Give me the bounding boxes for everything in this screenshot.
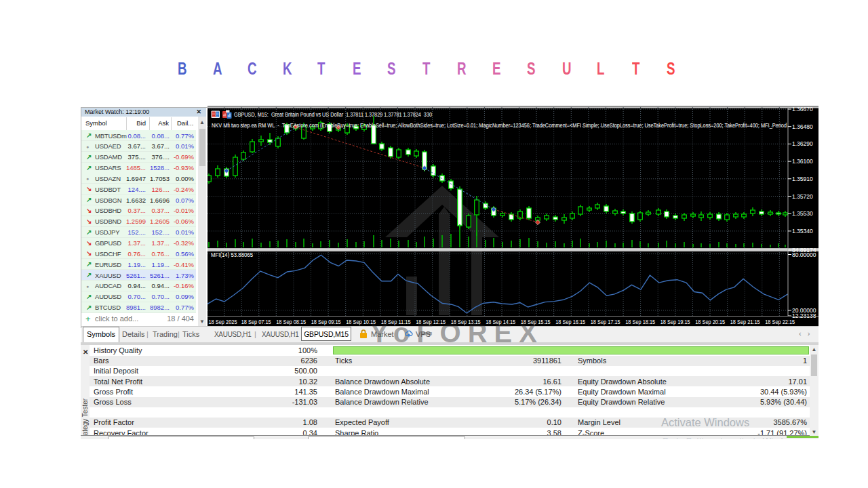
svg-text:1.36670: 1.36670 — [792, 106, 813, 113]
svg-text:80.00000: 80.00000 — [792, 251, 816, 258]
svg-text:1.35530: 1.35530 — [792, 210, 813, 217]
svg-text:18 Sep 09:15: 18 Sep 09:15 — [311, 319, 341, 325]
svg-text:18 Sep 14:15: 18 Sep 14:15 — [486, 319, 515, 325]
svg-text:18 Sep 20:15: 18 Sep 20:15 — [695, 319, 725, 325]
svg-text:18 Sep 21:15: 18 Sep 21:15 — [730, 319, 760, 325]
svg-text:18 Sep 12:15: 18 Sep 12:15 — [416, 319, 446, 325]
svg-text:18 Sep 13:15: 18 Sep 13:15 — [451, 319, 481, 325]
svg-text:18 Sep 17:15: 18 Sep 17:15 — [591, 319, 620, 325]
svg-text:18 Sep 2025: 18 Sep 2025 — [209, 319, 237, 325]
svg-text:1.35720: 1.35720 — [792, 193, 813, 200]
svg-text:NKV Mfi two step ea RM WL -: NKV Mfi two step ea RM WL - TopEAstore.c… — [212, 122, 787, 129]
svg-text:18 Sep 19:15: 18 Sep 19:15 — [660, 319, 690, 325]
svg-text:MFI(14) 53.88065: MFI(14) 53.88065 — [211, 251, 253, 258]
svg-text:1.36100: 1.36100 — [792, 158, 813, 165]
svg-text:18 Sep 18:15: 18 Sep 18:15 — [625, 319, 655, 325]
svg-text:1.35340: 1.35340 — [792, 228, 813, 235]
svg-text:GBPUSD, M15: Great Britain Po: GBPUSD, M15: Great Britain Pound vs US D… — [234, 111, 432, 118]
svg-text:18 Sep 10:15: 18 Sep 10:15 — [346, 319, 376, 325]
svg-text:18 Sep 08:15: 18 Sep 08:15 — [276, 319, 306, 325]
svg-text:18 Sep 22:15: 18 Sep 22:15 — [765, 319, 795, 325]
svg-text:18 Sep 11:15: 18 Sep 11:15 — [381, 319, 411, 325]
svg-text:1.35910: 1.35910 — [792, 176, 813, 182]
svg-text:1.36480: 1.36480 — [792, 123, 813, 130]
svg-text:18 Sep 16:15: 18 Sep 16:15 — [555, 319, 585, 325]
svg-text:18 Sep 15:15: 18 Sep 15:15 — [521, 319, 551, 325]
svg-text:1.36290: 1.36290 — [792, 140, 813, 147]
svg-text:18 Sep 07:15: 18 Sep 07:15 — [241, 319, 271, 325]
